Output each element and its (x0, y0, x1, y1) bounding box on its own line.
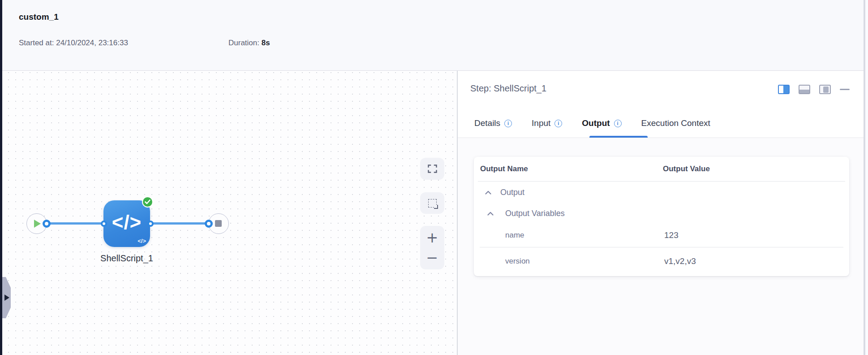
started-at-value: 24/10/2024, 23:16:33 (56, 39, 128, 47)
duration-label: Duration: (228, 39, 259, 47)
fit-view-button[interactable] (420, 158, 444, 180)
tab-input-label: Input (532, 118, 550, 128)
start-connector-handle[interactable] (43, 220, 51, 228)
zoom-controls: + − (420, 226, 444, 269)
stop-icon (215, 220, 222, 227)
column-output-name: Output Name (480, 157, 528, 181)
output-tab-content: Output Name Output Value Output Output V… (458, 139, 864, 355)
workflow-run-page: custom_1 Started at: 24/10/2024, 23:16:3… (0, 0, 868, 355)
zoom-in-button[interactable]: + (420, 228, 444, 247)
tab-input[interactable]: Input i (532, 118, 562, 128)
group-row-output-variables-label: Output Variables (505, 209, 565, 218)
minimize-panel-icon[interactable] (840, 89, 850, 90)
active-tab-underline (589, 136, 648, 138)
group-row-output-variables[interactable]: Output Variables (474, 203, 849, 224)
step-input-port[interactable] (101, 221, 107, 227)
expand-arrow-icon (4, 294, 9, 301)
output-table-header: Output Name Output Value (474, 157, 849, 181)
step-node-label: ShellScript_1 (82, 253, 172, 264)
edge-start-to-step (43, 222, 106, 225)
box-select-icon (428, 199, 437, 208)
tab-details-label: Details (474, 118, 500, 128)
bottom-panel-layout-icon[interactable] (799, 85, 810, 94)
table-row: name 123 (474, 224, 849, 247)
group-row-output[interactable]: Output (474, 182, 849, 203)
edge-step-to-end (148, 222, 211, 225)
info-icon[interactable]: i (614, 120, 622, 127)
info-icon[interactable]: i (554, 120, 562, 127)
code-watermark-icon: </> (138, 238, 146, 244)
play-icon (34, 220, 41, 228)
fit-view-icon (428, 165, 437, 173)
box-select-button[interactable] (420, 192, 444, 214)
step-panel-tabs: Details i Input i Output i Execution Con… (474, 115, 710, 132)
step-panel: Step: ShellScript_1 Details i Input i Ou… (458, 71, 864, 355)
run-title: custom_1 (19, 12, 59, 22)
success-check-icon (142, 196, 153, 208)
step-node-shellscript[interactable]: </> </> (103, 200, 150, 247)
tab-details[interactable]: Details i (474, 118, 512, 128)
table-row: version v1,v2,v3 (474, 247, 849, 275)
step-panel-title: Step: ShellScript_1 (470, 83, 546, 94)
info-icon[interactable]: i (504, 120, 512, 127)
duration-value: 8s (262, 39, 270, 47)
output-name-cell: name (505, 231, 524, 240)
panel-divider[interactable] (457, 71, 458, 355)
output-value-cell: 123 (664, 230, 679, 240)
started-at-text: Started at: 24/10/2024, 23:16:33 (19, 39, 128, 48)
chevron-up-icon (487, 212, 494, 216)
column-output-value: Output Value (663, 157, 710, 181)
scrollbar-thumb[interactable] (864, 0, 865, 355)
run-header: custom_1 Started at: 24/10/2024, 23:16:3… (2, 0, 868, 71)
output-name-cell: version (505, 257, 530, 266)
step-panel-header: Step: ShellScript_1 Details i Input i Ou… (458, 71, 864, 138)
tab-output-label: Output (582, 118, 610, 128)
step-output-port[interactable] (147, 221, 154, 227)
panel-layout-controls (778, 85, 850, 94)
tab-execution-context-label: Execution Context (641, 118, 710, 128)
output-table-card: Output Name Output Value Output Output V… (474, 157, 849, 276)
floating-panel-layout-icon[interactable] (819, 85, 831, 94)
group-row-output-label: Output (500, 188, 524, 197)
collapsed-sidebar-strip (0, 0, 2, 355)
scrollbar-track[interactable] (864, 0, 868, 355)
end-connector-handle[interactable] (205, 220, 213, 228)
chevron-up-icon (485, 190, 491, 195)
zoom-out-button[interactable]: − (420, 248, 444, 268)
duration-text: Duration: 8s (228, 39, 270, 48)
tab-output[interactable]: Output i (582, 118, 621, 128)
started-at-label: Started at: (19, 39, 54, 47)
output-value-cell: v1,v2,v3 (664, 256, 696, 266)
split-right-layout-icon[interactable] (778, 85, 790, 94)
workflow-canvas[interactable]: </> </> ShellScript_1 + − (2, 71, 457, 355)
code-icon: </> (103, 211, 150, 234)
tab-execution-context[interactable]: Execution Context (641, 118, 710, 128)
